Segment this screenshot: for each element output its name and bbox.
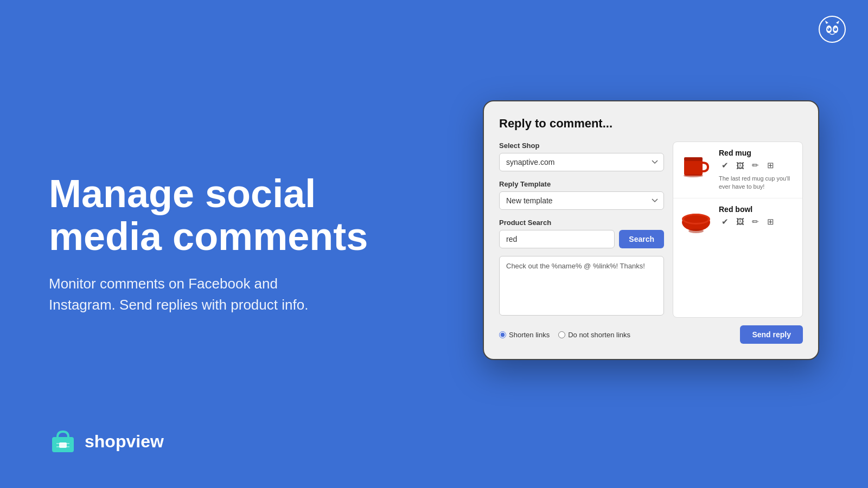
form-section: Select Shop synaptive.com Reply Template… [499, 142, 664, 318]
reply-template-label: Reply Template [499, 180, 664, 188]
subheadline: Monitor comments on Facebook and Instagr… [49, 273, 320, 316]
select-shop-label: Select Shop [499, 142, 664, 150]
no-shorten-links-option[interactable]: Do not shorten links [558, 331, 630, 339]
brand-name: shopview [85, 432, 164, 452]
grid-icon[interactable]: ⊞ [764, 159, 776, 171]
brand: shopview [49, 427, 164, 455]
svg-point-5 [828, 28, 829, 29]
dialog-title: Reply to comment... [499, 117, 803, 131]
svg-point-0 [819, 16, 845, 42]
edit-icon-bowl[interactable]: ✏ [749, 216, 761, 228]
checkmark-icon-bowl[interactable]: ✔ [719, 216, 731, 228]
hootsuite-owl-logo [818, 15, 846, 43]
product-name-mug: Red mug [719, 149, 797, 157]
dialog-body: Select Shop synaptive.com Reply Template… [499, 142, 803, 318]
svg-point-13 [684, 174, 703, 177]
no-shorten-links-label: Do not shorten links [568, 331, 630, 339]
search-input[interactable] [499, 230, 615, 248]
image-icon-bowl[interactable]: 🖼 [734, 216, 746, 228]
bottom-row: Shorten links Do not shorten links Send … [499, 325, 803, 344]
reply-template-dropdown[interactable]: New template [499, 191, 664, 210]
shorten-links-label: Shorten links [509, 331, 550, 339]
reply-textarea[interactable]: Check out the %name% @ %link%! Thanks! [499, 256, 664, 316]
product-actions-bowl: ✔ 🖼 ✏ ⊞ [719, 216, 797, 228]
search-button[interactable]: Search [619, 230, 664, 248]
product-actions-mug: ✔ 🖼 ✏ ⊞ [719, 159, 797, 171]
svg-point-3 [827, 28, 831, 31]
send-reply-button[interactable]: Send reply [740, 325, 803, 344]
product-info-mug: Red mug ✔ 🖼 ✏ ⊞ The last red mug cup you… [719, 149, 797, 191]
product-thumb-mug [679, 149, 713, 183]
left-content: Manage social media comments Monitor com… [0, 0, 380, 488]
shopview-icon [49, 427, 77, 455]
product-name-bowl: Red bowl [719, 205, 797, 214]
shorten-links-radio[interactable] [499, 331, 506, 338]
search-row: Search [499, 230, 664, 248]
no-shorten-links-radio[interactable] [558, 331, 565, 338]
product-item-bowl: Red bowl ✔ 🖼 ✏ ⊞ [673, 198, 802, 246]
shorten-links-option[interactable]: Shorten links [499, 331, 550, 339]
grid-icon-bowl[interactable]: ⊞ [764, 216, 776, 228]
product-thumb-bowl [679, 205, 713, 240]
headline: Manage social media comments [49, 172, 380, 258]
product-info-bowl: Red bowl ✔ 🖼 ✏ ⊞ [719, 205, 797, 231]
product-list: Red mug ✔ 🖼 ✏ ⊞ The last red mug cup you… [673, 142, 803, 318]
svg-rect-11 [684, 159, 703, 176]
svg-point-16 [684, 215, 708, 223]
svg-point-17 [688, 229, 704, 233]
reply-dialog: Reply to comment... Select Shop synaptiv… [483, 100, 819, 360]
select-shop-dropdown[interactable]: synaptive.com [499, 153, 664, 171]
product-desc-mug: The last red mug cup you'll ever have to… [719, 175, 797, 191]
edit-icon[interactable]: ✏ [749, 159, 761, 171]
product-search-label: Product Search [499, 219, 664, 227]
checkmark-icon[interactable]: ✔ [719, 159, 731, 171]
svg-point-6 [834, 28, 835, 29]
image-icon[interactable]: 🖼 [734, 159, 746, 171]
radio-group: Shorten links Do not shorten links [499, 331, 630, 339]
svg-rect-12 [684, 157, 703, 161]
svg-point-4 [834, 28, 837, 31]
product-item: Red mug ✔ 🖼 ✏ ⊞ The last red mug cup you… [673, 142, 802, 198]
